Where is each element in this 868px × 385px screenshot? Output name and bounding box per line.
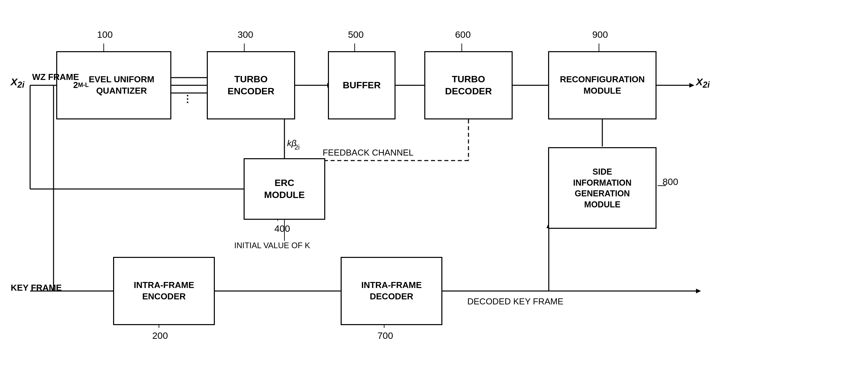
key-frame-label: KEY FRAME [11, 283, 62, 293]
x2i-output-label: X2i [696, 76, 710, 90]
ref-200: 200 [152, 330, 168, 341]
x2i-input-label: X2i [11, 76, 24, 90]
ref-100: 100 [97, 29, 113, 40]
ref-600: 600 [455, 29, 471, 40]
turbo-decoder-block: TURBODECODER [424, 51, 513, 120]
svg-text:⋮: ⋮ [183, 94, 192, 104]
quantizer-block: 2M-L EVEL UNIFORMQUANTIZER [56, 51, 171, 120]
turbo-encoder-block: TURBOENCODER [207, 51, 295, 120]
side-info-block: SIDEINFORMATIONGENERATIONMODULE [548, 147, 656, 229]
diagram-container: ⋮ kβ 2i FEEDBACK C [0, 0, 868, 385]
buffer-block: BUFFER [328, 51, 396, 120]
ref-300: 300 [238, 29, 253, 40]
reconfig-block: RECONFIGURATIONMODULE [548, 51, 656, 120]
svg-text:DECODED KEY FRAME: DECODED KEY FRAME [467, 296, 563, 307]
svg-text:FEEDBACK CHANNEL: FEEDBACK CHANNEL [322, 148, 413, 158]
ref-500: 500 [348, 29, 364, 40]
intra-encoder-block: INTRA-FRAMEENCODER [113, 257, 215, 325]
ref-700: 700 [377, 330, 393, 341]
svg-marker-16 [689, 83, 694, 88]
ref-400: 400 [274, 223, 290, 234]
wz-frame-label: WZ FRAME [32, 72, 79, 82]
svg-marker-35 [696, 289, 701, 293]
ref-800: 800 [662, 177, 678, 187]
svg-text:2i: 2i [294, 143, 300, 151]
erc-module-block: ERCMODULE [244, 158, 325, 220]
intra-decoder-block: INTRA-FRAMEDECODER [341, 257, 442, 325]
svg-text:INITIAL VALUE OF K: INITIAL VALUE OF K [234, 241, 310, 250]
ref-900: 900 [592, 29, 608, 40]
